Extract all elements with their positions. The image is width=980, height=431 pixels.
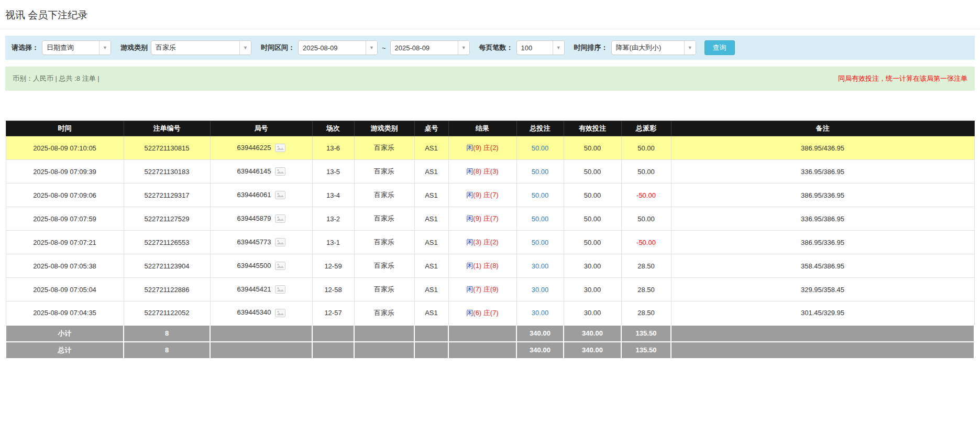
- cell-time: 2025-08-09 07:07:21: [6, 231, 124, 254]
- cell-total-bet: 50.00: [516, 160, 564, 184]
- result-player-score: (9): [473, 144, 481, 152]
- result-banker-label: 庄: [483, 285, 490, 293]
- result-banker-label: 庄: [483, 191, 490, 199]
- cell-result: 闲(8) 庄(3): [448, 160, 516, 184]
- column-header: 场次: [312, 121, 354, 136]
- total-bet-link[interactable]: 50.00: [532, 215, 549, 223]
- cell-table-number: AS1: [414, 184, 448, 207]
- total-bet-link[interactable]: 30.00: [532, 286, 549, 294]
- result-player-score: (6): [473, 309, 481, 317]
- result-player-label: 闲: [466, 309, 473, 317]
- cell-session: 12-58: [312, 278, 354, 301]
- search-button[interactable]: 查询: [704, 40, 735, 55]
- cell-session: 13-2: [312, 207, 354, 231]
- result-banker-label: 庄: [483, 214, 490, 222]
- cell-valid-bet: 50.00: [564, 160, 621, 184]
- cell-valid-bet: 50.00: [564, 184, 621, 207]
- round-number: 639445773: [237, 238, 271, 246]
- result-player-label: 闲: [466, 167, 473, 175]
- cell-valid-bet: 50.00: [564, 231, 621, 254]
- table-body: 2025-08-09 07:10:05 522721130815 6394462…: [6, 136, 974, 325]
- summary-valid-bet: 340.00: [564, 325, 621, 342]
- result-player-label: 闲: [466, 238, 473, 246]
- result-player-score: (7): [473, 285, 481, 293]
- chevron-down-icon[interactable]: ▼: [684, 41, 696, 55]
- cell-result: 闲(9) 庄(2): [448, 136, 516, 160]
- cell-game-type: 百家乐: [354, 207, 414, 231]
- sort-order-select[interactable]: 降冪(由大到小) ▼: [611, 40, 696, 55]
- summary-row-count: 8: [124, 342, 210, 359]
- summary-row: 小计 8 340.00 340.00 135.50: [6, 325, 974, 342]
- cell-game-type: 百家乐: [354, 301, 414, 325]
- result-player-label: 闲: [466, 214, 473, 222]
- cell-table-number: AS1: [414, 136, 448, 160]
- table-row: 2025-08-09 07:09:39 522721130183 6394461…: [6, 160, 974, 184]
- summary-empty-cell: [414, 325, 448, 342]
- cell-result: 闲(6) 庄(7): [448, 301, 516, 325]
- video-replay-icon[interactable]: [275, 238, 285, 246]
- cell-payout: -50.00: [621, 184, 671, 207]
- result-player-score: (3): [473, 238, 481, 246]
- cell-total-bet: 30.00: [516, 278, 564, 301]
- cell-round: 639445340: [210, 301, 312, 325]
- cell-payout: 28.50: [621, 254, 671, 278]
- round-number: 639445340: [237, 308, 271, 316]
- cell-valid-bet: 30.00: [564, 301, 621, 325]
- total-bet-link[interactable]: 30.00: [532, 262, 549, 270]
- table-row: 2025-08-09 07:07:59 522721127529 6394458…: [6, 207, 974, 231]
- game-type-select[interactable]: 百家乐 ▼: [151, 40, 251, 55]
- title-divider: [0, 29, 980, 29]
- video-replay-icon[interactable]: [275, 309, 285, 317]
- total-bet-link[interactable]: 50.00: [532, 239, 549, 246]
- cell-payout: -50.00: [621, 231, 671, 254]
- chevron-down-icon[interactable]: ▼: [366, 41, 377, 55]
- cell-session: 13-1: [312, 231, 354, 254]
- total-bet-link[interactable]: 50.00: [532, 144, 549, 152]
- video-replay-icon[interactable]: [275, 262, 285, 270]
- summary-bar: 币别：人民币 | 总共 :8 注单 | 同局有效投注，统一计算在该局第一张注单: [5, 67, 975, 91]
- video-replay-icon[interactable]: [275, 214, 285, 223]
- column-header: 时间: [6, 121, 124, 136]
- cell-round: 639445421: [210, 278, 312, 301]
- total-bet-link[interactable]: 30.00: [532, 309, 549, 317]
- chevron-down-icon[interactable]: ▼: [458, 41, 469, 55]
- cell-time: 2025-08-09 07:05:04: [6, 278, 124, 301]
- betting-records-page: 视讯 会员下注纪录 请选择： 日期查询 ▼ 游戏类别 百家乐 ▼ 时间区间： 2…: [0, 0, 980, 391]
- video-replay-icon[interactable]: [275, 191, 285, 199]
- query-type-select[interactable]: 日期查询 ▼: [42, 40, 111, 55]
- video-replay-icon[interactable]: [275, 285, 285, 294]
- summary-empty-cell: [448, 325, 516, 342]
- summary-empty-cell: [210, 325, 312, 342]
- cell-game-type: 百家乐: [354, 231, 414, 254]
- cell-total-bet: 30.00: [516, 254, 564, 278]
- video-replay-icon[interactable]: [275, 167, 285, 176]
- result-banker-label: 庄: [483, 167, 490, 175]
- chevron-down-icon[interactable]: ▼: [553, 41, 564, 55]
- total-bet-link[interactable]: 50.00: [532, 168, 549, 176]
- result-player-label: 闲: [466, 262, 473, 270]
- page-title: 视讯 会员下注纪录: [5, 4, 975, 29]
- round-number: 639446225: [237, 144, 271, 152]
- cell-round: 639445773: [210, 231, 312, 254]
- summary-note-cell: [671, 325, 974, 342]
- summary-payout: 135.50: [621, 342, 671, 359]
- column-header: 局号: [210, 121, 312, 136]
- cell-payout: 28.50: [621, 301, 671, 325]
- cell-payout: 50.00: [621, 160, 671, 184]
- total-bet-link[interactable]: 50.00: [532, 191, 549, 199]
- cell-session: 13-5: [312, 160, 354, 184]
- chevron-down-icon[interactable]: ▼: [99, 41, 111, 55]
- cell-result: 闲(7) 庄(9): [448, 278, 516, 301]
- summary-row-label: 总计: [6, 342, 124, 359]
- date-from-select[interactable]: 2025-08-09 ▼: [298, 40, 378, 55]
- chevron-down-icon[interactable]: ▼: [239, 41, 251, 55]
- date-to-select[interactable]: 2025-08-09 ▼: [390, 40, 470, 55]
- cell-bet-id: 522721127529: [124, 207, 210, 231]
- cell-note: 301.45/329.95: [671, 301, 974, 325]
- game-type-label: 游戏类别: [120, 43, 148, 52]
- time-range-label: 时间区间：: [261, 43, 295, 52]
- query-type-value: 日期查询: [42, 41, 99, 55]
- page-size-select[interactable]: 100 ▼: [516, 40, 565, 55]
- cell-table-number: AS1: [414, 254, 448, 278]
- video-replay-icon[interactable]: [275, 144, 285, 152]
